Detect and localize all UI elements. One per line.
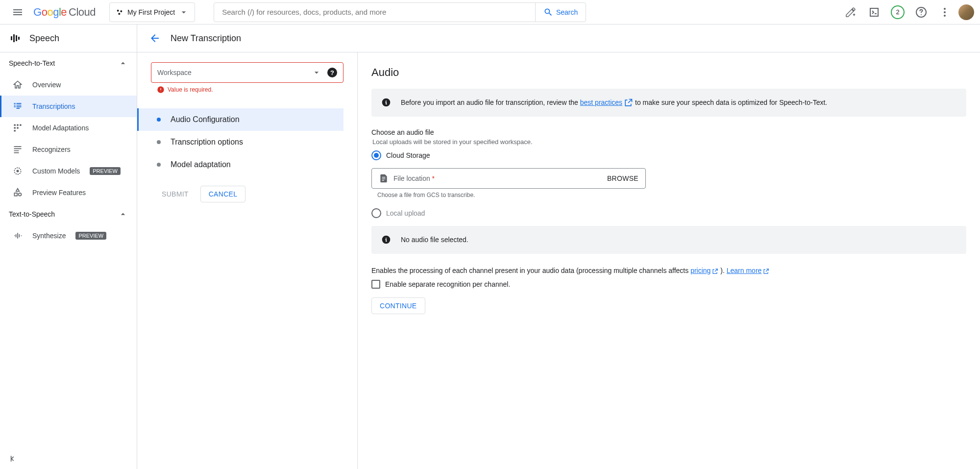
speech-icon	[10, 32, 22, 44]
file-icon	[379, 173, 389, 183]
radio-cloud-storage[interactable]: Cloud Storage	[371, 150, 966, 160]
continue-button[interactable]: CONTINUE	[371, 297, 425, 314]
custom-models-icon	[13, 166, 23, 176]
radio-local-upload[interactable]: Local upload	[371, 208, 966, 218]
chevron-up-icon	[118, 58, 128, 68]
sidebar-section-tts[interactable]: Text-to-Speech	[0, 203, 137, 225]
search-container: Search	[214, 2, 586, 22]
google-cloud-logo[interactable]: Google Cloud	[33, 6, 96, 19]
submit-button[interactable]: SUBMIT	[156, 186, 195, 202]
svg-rect-12	[17, 124, 18, 126]
svg-point-1	[120, 10, 122, 12]
best-practices-link[interactable]: best practices	[580, 99, 633, 106]
stepper-dot-icon	[157, 163, 161, 167]
form-panel: Audio Before you import an audio file fo…	[358, 52, 980, 469]
svg-point-2	[118, 13, 120, 15]
sidebar-item-transcriptions[interactable]: Transcriptions	[0, 96, 137, 117]
synthesize-icon	[13, 231, 23, 241]
sidebar-section-stt[interactable]: Speech-to-Text	[0, 52, 137, 74]
svg-point-0	[117, 9, 119, 11]
sidebar-item-preview-features[interactable]: Preview Features	[0, 182, 137, 203]
stepper-model-adaptation[interactable]: Model adaptation	[151, 153, 343, 176]
cancel-button[interactable]: CANCEL	[200, 186, 246, 202]
choose-audio-label: Choose an audio file	[371, 128, 966, 136]
info-icon	[381, 235, 391, 245]
page-title: New Transcription	[171, 33, 241, 44]
channel-description: Enables the processing of each channel p…	[371, 266, 966, 276]
adaptations-icon	[13, 123, 23, 133]
header-actions: 2	[841, 2, 974, 22]
chevron-down-icon	[179, 7, 189, 17]
svg-point-6	[944, 15, 946, 17]
transcriptions-icon	[13, 101, 23, 111]
project-selector[interactable]: My First Project	[109, 2, 195, 22]
svg-rect-15	[17, 127, 18, 128]
stepper-transcription-options[interactable]: Transcription options	[151, 131, 343, 153]
separate-channel-checkbox[interactable]: Enable separate recognition per channel.	[371, 280, 966, 289]
search-button[interactable]: Search	[535, 3, 586, 22]
file-location-label: File location *	[393, 174, 607, 182]
sidebar-item-custom-models[interactable]: Custom Models PREVIEW	[0, 160, 137, 182]
sidebar-item-recognizers[interactable]: Recognizers	[0, 139, 137, 160]
hamburger-menu-icon[interactable]	[6, 0, 29, 24]
preview-badge: PREVIEW	[90, 167, 121, 175]
chevron-up-icon	[118, 209, 128, 219]
workspace-select[interactable]: Workspace ?	[151, 62, 343, 83]
sidebar-collapse-icon[interactable]	[8, 454, 18, 465]
cloud-shell-icon[interactable]	[864, 2, 884, 22]
stepper-audio-config[interactable]: Audio Configuration	[137, 108, 343, 131]
svg-rect-7	[11, 36, 12, 40]
project-name: My First Project	[127, 8, 175, 16]
stepper-dot-icon	[157, 140, 161, 144]
stepper-panel: Workspace ? Value is required. Au	[137, 52, 358, 469]
sidebar-item-adaptations[interactable]: Model Adaptations	[0, 117, 137, 139]
gemini-icon[interactable]	[841, 2, 860, 22]
svg-point-5	[944, 11, 946, 13]
info-icon	[381, 98, 391, 107]
svg-rect-10	[18, 37, 20, 40]
info-box: Before you import an audio file for tran…	[371, 89, 966, 117]
dropdown-icon	[312, 68, 321, 77]
svg-rect-14	[14, 127, 16, 128]
help-icon[interactable]: ?	[327, 68, 337, 77]
radio-icon	[371, 150, 381, 160]
preview-features-icon	[13, 188, 23, 197]
top-header: Google Cloud My First Project Search 2	[0, 0, 980, 25]
stepper-dot-icon	[157, 118, 161, 122]
project-icon	[116, 8, 123, 16]
search-icon	[543, 7, 553, 17]
file-hint: Choose a file from GCS to transcribe.	[377, 192, 966, 198]
external-link-icon	[762, 268, 769, 275]
svg-rect-13	[20, 124, 21, 126]
no-file-box: No audio file selected.	[371, 226, 966, 254]
svg-point-18	[17, 170, 19, 173]
help-icon[interactable]	[911, 2, 931, 22]
radio-icon	[371, 208, 381, 218]
search-input[interactable]	[214, 8, 535, 16]
learn-more-link[interactable]: Learn more	[727, 267, 770, 274]
checkbox-icon	[371, 280, 380, 289]
file-location-field[interactable]: File location * BROWSE	[371, 168, 646, 189]
free-trial-badge[interactable]: 2	[888, 2, 907, 22]
avatar[interactable]	[958, 4, 974, 20]
form-section-title: Audio	[371, 66, 966, 79]
more-vert-icon[interactable]	[935, 2, 955, 22]
svg-rect-9	[16, 35, 17, 41]
back-arrow-icon[interactable]	[149, 32, 161, 44]
workspace-error: Value is required.	[151, 86, 343, 94]
sidebar-product-header: Speech	[0, 25, 137, 52]
choose-audio-hint: Local uploads will be stored in your spe…	[372, 138, 966, 146]
external-link-icon	[623, 98, 633, 108]
browse-button[interactable]: BROWSE	[607, 174, 638, 182]
external-link-icon	[711, 268, 718, 275]
preview-badge: PREVIEW	[75, 232, 106, 240]
svg-point-4	[944, 8, 946, 10]
svg-rect-16	[14, 130, 16, 131]
svg-rect-11	[14, 124, 16, 126]
sidebar-item-overview[interactable]: Overview	[0, 74, 137, 96]
error-icon	[157, 86, 165, 94]
pricing-link[interactable]: pricing	[690, 267, 718, 274]
home-icon	[13, 80, 23, 90]
recognizers-icon	[13, 145, 23, 154]
sidebar-item-synthesize[interactable]: Synthesize PREVIEW	[0, 225, 137, 247]
